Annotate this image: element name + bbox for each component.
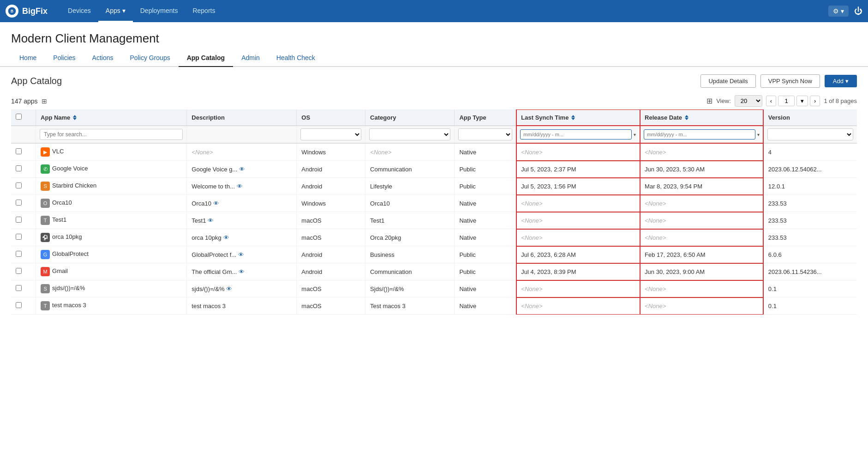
search-input[interactable] — [40, 129, 183, 140]
app-type-text: Native — [459, 200, 476, 207]
row-app-type: Native — [455, 280, 516, 297]
version-filter-select[interactable] — [767, 128, 853, 140]
col-header-app-name[interactable]: App Name — [36, 109, 187, 126]
app-name-text: orca 10pkg — [52, 233, 82, 240]
row-checkbox-9[interactable] — [16, 302, 22, 308]
eye-icon[interactable]: 👁 — [237, 183, 243, 190]
tab-app-catalog[interactable]: App Catalog — [179, 49, 233, 67]
row-checkbox-8[interactable] — [16, 285, 22, 291]
row-os: Android — [297, 246, 365, 263]
col-label-description: Description — [192, 114, 225, 121]
row-os: Android — [297, 161, 365, 178]
row-app-name: ▶VLC — [36, 143, 187, 161]
row-version: 2023.06.12.54062... — [763, 161, 857, 178]
desc-text: The official Gm... — [192, 268, 237, 275]
row-last-synch: <None> — [516, 212, 640, 229]
row-version: 4 — [763, 143, 857, 161]
eye-icon[interactable]: 👁 — [213, 200, 219, 207]
select-all-checkbox[interactable] — [16, 114, 22, 120]
app-type-filter-select[interactable]: Native Public — [458, 128, 512, 140]
catalog-header: App Catalog Update Details VPP Synch Now… — [11, 74, 857, 88]
col-header-last-synch[interactable]: Last Synch Time — [516, 109, 640, 126]
row-app-name: MGmail — [36, 263, 187, 280]
row-last-synch: <None> — [516, 143, 640, 161]
brand-name: BigFix — [22, 6, 48, 16]
data-table: App Name Description OS — [11, 109, 857, 315]
eye-icon[interactable]: 👁 — [208, 217, 214, 224]
row-checkbox-7[interactable] — [16, 268, 22, 274]
eye-icon[interactable]: 👁 — [238, 251, 244, 258]
desc-text: orca 10pkg — [192, 234, 221, 241]
category-text: Communication — [370, 268, 412, 275]
row-checkbox-0[interactable] — [16, 148, 22, 154]
add-label: Add — [833, 78, 844, 85]
tab-actions[interactable]: Actions — [84, 49, 122, 67]
row-last-synch: Jul 5, 2023, 2:37 PM — [516, 161, 640, 178]
power-icon: ⏻ — [854, 6, 862, 16]
eye-icon[interactable]: 👁 — [239, 166, 245, 173]
page-content: Modern Client Management Home Policies A… — [0, 22, 868, 455]
row-check — [11, 280, 36, 297]
tab-policy-groups[interactable]: Policy Groups — [122, 49, 179, 67]
tab-health-check[interactable]: Health Check — [268, 49, 323, 67]
add-button[interactable]: Add ▾ — [825, 75, 857, 87]
app-type-text: Public — [459, 268, 475, 275]
last-synch-filter-dropdown-icon[interactable]: ▾ — [634, 132, 636, 137]
row-category: Communication — [365, 161, 455, 178]
eye-icon[interactable]: 👁 — [226, 285, 232, 292]
filter-app-name — [36, 126, 187, 143]
power-button[interactable]: ⏻ — [854, 6, 862, 16]
nav-item-deployments[interactable]: Deployments — [133, 0, 186, 22]
row-category: Orca 20pkg — [365, 229, 455, 246]
nav-item-apps[interactable]: Apps ▾ — [98, 0, 133, 22]
release-date-filter-dropdown-icon[interactable]: ▾ — [757, 132, 760, 137]
category-filter-select[interactable] — [369, 128, 450, 140]
eye-icon[interactable]: 👁 — [239, 268, 245, 275]
page-dropdown-button[interactable]: ▾ — [796, 96, 808, 106]
gear-button[interactable]: ⚙ ▾ — [828, 6, 849, 17]
last-synch-filter-input[interactable] — [520, 129, 632, 140]
tabs: Home Policies Actions Policy Groups App … — [0, 49, 868, 67]
table-row: SStarbird Chicken Welcome to th...👁 Andr… — [11, 178, 857, 195]
vpp-synch-button[interactable]: VPP Synch Now — [760, 74, 820, 88]
col-header-release-date[interactable]: Release Date — [640, 109, 764, 126]
row-checkbox-4[interactable] — [16, 217, 22, 223]
row-checkbox-3[interactable] — [16, 200, 22, 206]
desc-text: Google Voice g... — [192, 166, 237, 173]
filter-app-type: Native Public — [455, 126, 516, 143]
nav-item-devices[interactable]: Devices — [60, 0, 98, 22]
page-input[interactable] — [778, 96, 795, 106]
row-app-type: Public — [455, 161, 516, 178]
release-date-filter-input[interactable] — [644, 129, 755, 140]
nav-item-reports[interactable]: Reports — [185, 0, 222, 22]
os-filter-select[interactable]: Windows Android macOS iOS — [300, 128, 361, 140]
row-checkbox-1[interactable] — [16, 165, 22, 171]
row-version: 6.0.6 — [763, 246, 857, 263]
row-app-type: Native — [455, 195, 516, 212]
update-details-button[interactable]: Update Details — [700, 74, 755, 88]
category-text: Lifestyle — [370, 183, 392, 190]
row-description: orca 10pkg👁 — [187, 229, 297, 246]
category-text: Orca 20pkg — [370, 234, 401, 241]
desc-text: test macos 3 — [192, 303, 226, 309]
tab-home[interactable]: Home — [11, 49, 45, 67]
grid-view-icon[interactable]: ⊞ — [706, 97, 712, 105]
row-release-date: Feb 17, 2023, 6:50 AM — [640, 246, 764, 263]
row-app-type: Public — [455, 263, 516, 280]
view-select[interactable]: 20 50 100 — [735, 95, 762, 107]
row-checkbox-5[interactable] — [16, 234, 22, 240]
prev-page-button[interactable]: ‹ — [766, 96, 776, 106]
filter-icon[interactable]: ⊞ — [42, 97, 47, 105]
app-name-text: test macos 3 — [52, 302, 86, 309]
apps-count: 147 apps ⊞ — [11, 97, 47, 105]
tab-policies[interactable]: Policies — [45, 49, 84, 67]
row-last-synch: Jul 5, 2023, 1:56 PM — [516, 178, 640, 195]
eye-icon[interactable]: 👁 — [223, 234, 229, 241]
next-page-button[interactable]: › — [810, 96, 820, 106]
row-checkbox-6[interactable] — [16, 251, 22, 257]
row-checkbox-2[interactable] — [16, 182, 22, 188]
tab-admin[interactable]: Admin — [233, 49, 268, 67]
row-check — [11, 212, 36, 229]
nav-label-reports: Reports — [192, 7, 215, 14]
app-name-text: Orca10 — [52, 199, 72, 206]
